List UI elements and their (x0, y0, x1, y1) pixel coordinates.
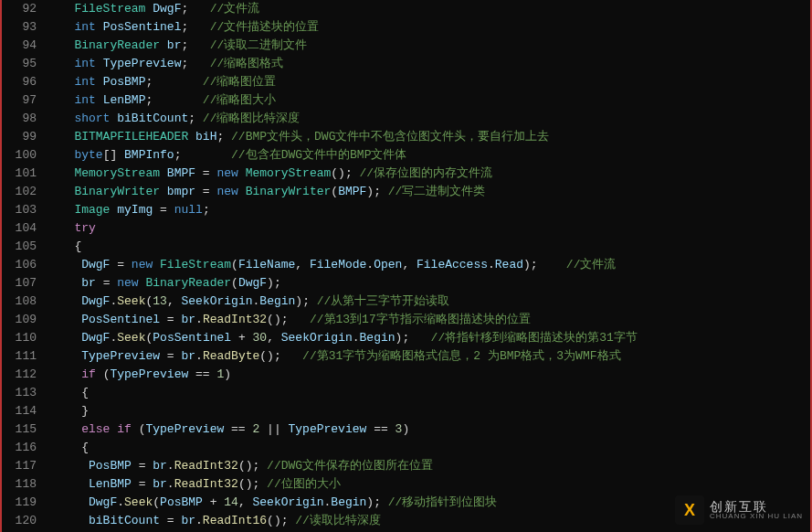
code-line[interactable]: LenBMP = br.ReadInt32(); //位图的大小 (53, 475, 810, 494)
line-number: 103 (2, 201, 37, 219)
line-number: 110 (2, 329, 37, 347)
line-number: 109 (2, 311, 37, 329)
line-number: 118 (2, 475, 37, 494)
line-number: 93 (2, 18, 37, 37)
code-line[interactable]: { (53, 384, 810, 402)
code-line[interactable]: BinaryWriter bmpr = new BinaryWriter(BMP… (53, 183, 810, 201)
line-number-gutter: 9293949596979899100101102103104105106107… (2, 0, 44, 532)
code-line[interactable]: } (53, 402, 810, 420)
line-number: 102 (2, 183, 37, 201)
code-line[interactable]: int TypePreview; //缩略图格式 (53, 55, 810, 73)
line-number: 119 (2, 494, 37, 512)
code-line[interactable]: BinaryReader br; //读取二进制文件 (53, 37, 810, 55)
line-number: 97 (2, 91, 37, 110)
line-number: 101 (2, 165, 37, 183)
line-number: 92 (2, 0, 37, 18)
line-number: 115 (2, 420, 37, 439)
code-line[interactable]: try (53, 219, 810, 238)
line-number: 117 (2, 457, 37, 475)
line-number: 100 (2, 146, 37, 165)
line-number: 108 (2, 293, 37, 311)
line-number: 111 (2, 347, 37, 366)
code-line[interactable]: DwgF.Seek(PosBMP + 14, SeekOrigin.Begin)… (53, 494, 810, 512)
line-number: 105 (2, 238, 37, 256)
line-number: 104 (2, 219, 37, 238)
code-line[interactable]: short biBitCount; //缩略图比特深度 (53, 110, 810, 128)
code-line[interactable]: { (53, 439, 810, 457)
code-line[interactable]: Image myImg = null; (53, 201, 810, 219)
code-line[interactable]: MemoryStream BMPF = new MemoryStream(); … (53, 165, 810, 183)
code-line[interactable]: DwgF = new FileStream(FileName, FileMode… (53, 256, 810, 274)
code-line[interactable]: biBitCount = br.ReadInt16(); //读取比特深度 (53, 512, 810, 530)
code-line[interactable]: int PosSentinel; //文件描述块的位置 (53, 18, 810, 37)
line-number: 95 (2, 55, 37, 73)
line-number: 98 (2, 110, 37, 128)
line-number: 116 (2, 439, 37, 457)
code-line[interactable]: DwgF.Seek(13, SeekOrigin.Begin); //从第十三字… (53, 293, 810, 311)
code-line[interactable]: DwgF.Seek(PosSentinel + 30, SeekOrigin.B… (53, 329, 810, 347)
code-line[interactable]: PosSentinel = br.ReadInt32(); //第13到17字节… (53, 311, 810, 329)
code-line[interactable]: if (TypePreview == 1) (53, 366, 810, 384)
code-editor[interactable]: 9293949596979899100101102103104105106107… (0, 0, 812, 532)
code-line[interactable]: TypePreview = br.ReadByte(); //第31字节为缩略图… (53, 347, 810, 366)
line-number: 107 (2, 274, 37, 293)
line-number: 106 (2, 256, 37, 274)
line-number: 120 (2, 512, 37, 530)
code-line[interactable]: else if (TypePreview == 2 || TypePreview… (53, 420, 810, 439)
code-line[interactable]: PosBMP = br.ReadInt32(); //DWG文件保存的位图所在位… (53, 457, 810, 475)
code-line[interactable]: br = new BinaryReader(DwgF); (53, 274, 810, 293)
code-line[interactable]: BITMAPFILEHEADER biH; //BMP文件头，DWG文件中不包含… (53, 128, 810, 146)
line-number: 113 (2, 384, 37, 402)
code-line[interactable]: byte[] BMPInfo; //包含在DWG文件中的BMP文件体 (53, 146, 810, 165)
line-number: 114 (2, 402, 37, 420)
code-line[interactable]: FileStream DwgF; //文件流 (53, 0, 810, 18)
line-number: 94 (2, 37, 37, 55)
line-number: 112 (2, 366, 37, 384)
code-area[interactable]: FileStream DwgF; //文件流 int PosSentinel; … (44, 0, 810, 532)
code-line[interactable]: int LenBMP; //缩略图大小 (53, 91, 810, 110)
code-line[interactable]: { (53, 238, 810, 256)
line-number: 96 (2, 73, 37, 91)
code-line[interactable]: int PosBMP; //缩略图位置 (53, 73, 810, 91)
line-number: 99 (2, 128, 37, 146)
